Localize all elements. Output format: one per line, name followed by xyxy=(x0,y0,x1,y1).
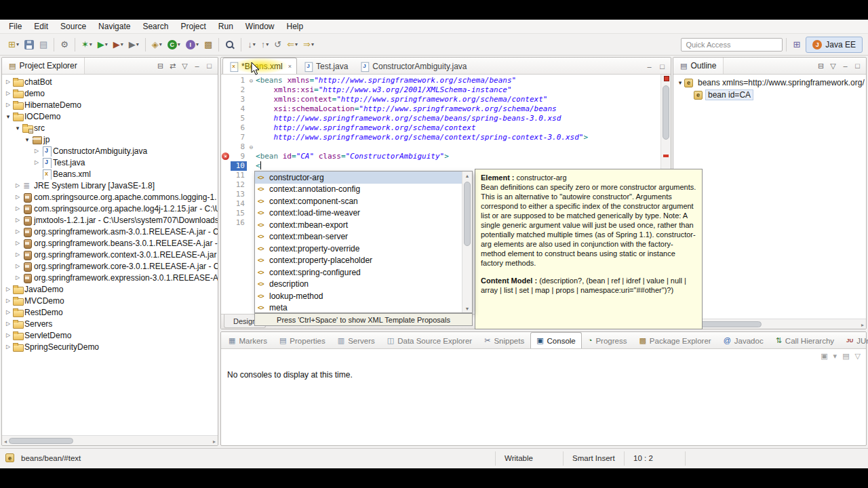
print-button[interactable]: ▤ xyxy=(37,37,50,53)
completion-item-context-load-time-weaver[interactable]: <>context:load-time-weaver xyxy=(255,207,462,220)
expand-arrow-icon[interactable]: ▷ xyxy=(4,344,12,350)
open-console-icon[interactable]: ▣ xyxy=(821,352,827,361)
tree-item-servletdemo[interactable]: ▷ServletDemo xyxy=(2,329,218,341)
completion-item-context-property-placeholder[interactable]: <>context:property-placeholder xyxy=(255,255,462,267)
tree-item-beans-xml[interactable]: Beans.xml xyxy=(2,168,218,180)
outline-item-bean-id-ca[interactable]: ebean id=CA xyxy=(673,89,866,101)
scrollbar-thumb[interactable] xyxy=(9,438,73,444)
scroll-right-icon[interactable] xyxy=(211,436,218,445)
error-overview-mark[interactable] xyxy=(663,155,669,157)
scroll-right-icon[interactable] xyxy=(859,319,866,329)
tree-item-com-springsource-org-apache-commons-logging-1[interactable]: ▷com.springsource.org.apache.commons.log… xyxy=(2,191,218,203)
scroll-up-icon[interactable] xyxy=(462,171,472,178)
collapse-arrow-icon[interactable]: ▾ xyxy=(14,125,22,131)
outline-item-beans-xmlns-http-www-springframework-org[interactable]: ▾ebeans xmlns=http://www.springframework… xyxy=(673,77,866,89)
tree-item-hibernatedemo[interactable]: ▷HibernateDemo xyxy=(2,99,218,110)
tree-item-jp[interactable]: ▾jp xyxy=(2,134,218,145)
outline-tab[interactable]: ▤ Outline xyxy=(673,58,724,74)
maximize-icon[interactable]: □ xyxy=(203,60,215,72)
menu-file[interactable]: File xyxy=(3,20,28,33)
minimize-icon[interactable]: – xyxy=(840,60,851,72)
expand-arrow-icon[interactable]: ▷ xyxy=(4,298,12,304)
new-package-button[interactable]: ▩ xyxy=(201,37,215,53)
completion-item-context-mbean-export[interactable]: <>context:mbean-export xyxy=(255,219,462,231)
view-tab-javadoc[interactable]: @Javadoc xyxy=(717,332,770,348)
open-console-menu-icon[interactable]: ▾ xyxy=(833,352,837,361)
expand-arrow-icon[interactable]: ▷ xyxy=(14,194,22,200)
tree-item-jmxtools-1-2-1-jar-c-users-system707-downloads[interactable]: ▷jmxtools-1.2.1.jar - C:\Users\system707… xyxy=(2,214,218,226)
tree-item-com-springsource-org-apache-log4j-1-2-15-jar-c-u[interactable]: ▷com.springsource.org.apache.log4j-1.2.1… xyxy=(2,203,218,214)
next-annotation-button[interactable]: ↓▾ xyxy=(245,37,258,53)
tree-item-restdemo[interactable]: ▷RestDemo xyxy=(2,306,218,318)
completion-item-context-annotation-config[interactable]: <>context:annotation-config xyxy=(255,184,462,196)
run-button[interactable]: ▶▾ xyxy=(95,37,111,53)
expand-arrow-icon[interactable]: ▷ xyxy=(14,263,22,269)
previous-annotation-button[interactable]: ↑▾ xyxy=(258,37,272,53)
expand-arrow-icon[interactable]: ▷ xyxy=(4,332,12,338)
expand-arrow-icon[interactable]: ▷ xyxy=(14,251,22,258)
new-wizard-button[interactable]: ⊞▾ xyxy=(5,37,22,53)
maximize-icon[interactable]: □ xyxy=(852,60,863,72)
scrollbar-thumb[interactable] xyxy=(663,85,669,140)
view-tab-junit[interactable]: JUJUnit xyxy=(840,332,868,348)
expand-arrow-icon[interactable]: ▷ xyxy=(33,159,41,165)
expand-arrow-icon[interactable]: ▷ xyxy=(14,182,22,188)
maximize-icon[interactable]: □ xyxy=(656,60,668,73)
completion-item-context-mbean-server[interactable]: <>context:mbean-server xyxy=(255,231,462,243)
coverage-button[interactable]: ▶▾ xyxy=(111,37,126,53)
tree-item-org-springframework-asm-3-0-1-release-a-jar-c[interactable]: ▷org.springframework.asm-3.0.1.RELEASE-A… xyxy=(2,226,218,237)
completion-item-context-component-scan[interactable]: <>context:component-scan xyxy=(255,195,462,207)
menu-project[interactable]: Project xyxy=(174,20,212,33)
minimize-icon[interactable]: – xyxy=(644,60,655,73)
scroll-down-icon[interactable] xyxy=(462,306,472,311)
tree-item-servers[interactable]: ▷Servers xyxy=(2,318,218,329)
expand-arrow-icon[interactable]: ▷ xyxy=(14,240,22,246)
scroll-left-icon[interactable] xyxy=(2,436,9,445)
view-tab-data-source-explorer[interactable]: ◫Data Source Explorer xyxy=(381,332,478,348)
expand-arrow-icon[interactable]: ▷ xyxy=(4,309,12,315)
view-tab-markers[interactable]: ▦Markers xyxy=(222,332,273,348)
tree-item-org-springframework-beans-3-0-1-release-a-jar-c[interactable]: ▷org.springframework.beans-3.0.1.RELEASE… xyxy=(2,237,218,249)
view-tab-progress[interactable]: ◔Progress xyxy=(582,332,633,348)
collapse-all-icon[interactable]: ⊟ xyxy=(155,60,166,72)
expand-arrow-icon[interactable]: ▷ xyxy=(14,205,22,211)
view-menu-icon[interactable]: ▽ xyxy=(179,60,191,72)
close-tab-icon[interactable]: × xyxy=(288,63,292,70)
tree-item-springsecuritydemo[interactable]: ▷SpringSecurityDemo xyxy=(2,341,218,352)
debug-button[interactable]: ✶▾ xyxy=(79,37,95,53)
completion-item-meta[interactable]: <>meta xyxy=(255,302,462,313)
tree-item-mvcdemo[interactable]: ▷MVCDemo xyxy=(2,295,218,306)
expand-arrow-icon[interactable]: ▷ xyxy=(14,274,22,281)
link-with-editor-icon[interactable]: ⇄ xyxy=(167,60,178,72)
tree-item-org-springframework-expression-3-0-1-release-a-ja[interactable]: ▷org.springframework.expression-3.0.1.RE… xyxy=(2,272,218,283)
menu-source[interactable]: Source xyxy=(54,20,92,33)
tree-item-jre-system-library-javase-1-8[interactable]: ▷JRE System Library [JavaSE-1.8] xyxy=(2,180,218,191)
tree-item-demo[interactable]: ▷demo xyxy=(2,87,218,99)
external-tools-button[interactable]: ▶▾ xyxy=(126,37,142,53)
expand-arrow-icon[interactable]: ▷ xyxy=(4,102,12,108)
tree-item-org-springframework-core-3-0-1-release-a-jar-c[interactable]: ▷org.springframework.core-3.0.1.RELEASE-… xyxy=(2,260,218,272)
view-tab-snippets[interactable]: ✂Snippets xyxy=(478,332,530,348)
collapse-arrow-icon[interactable]: ▾ xyxy=(23,136,31,143)
perspective-java-ee-button[interactable]: J Java EE xyxy=(806,37,863,53)
expand-arrow-icon[interactable]: ▷ xyxy=(33,148,41,154)
completion-item-context-spring-configured[interactable]: <>context:spring-configured xyxy=(255,266,462,279)
completion-item-description[interactable]: <>description xyxy=(255,279,462,291)
tree-item-chatbot[interactable]: ▷chatBot xyxy=(2,76,218,87)
scrollbar-thumb[interactable] xyxy=(464,182,471,246)
expand-arrow-icon[interactable]: ▷ xyxy=(14,217,22,223)
view-tab-console[interactable]: ▣Console xyxy=(530,332,582,348)
save-button[interactable] xyxy=(22,37,37,53)
menu-help[interactable]: Help xyxy=(281,20,310,33)
collapse-arrow-icon[interactable]: ▾ xyxy=(676,79,684,86)
menu-run[interactable]: Run xyxy=(212,20,239,33)
tree-item-src[interactable]: ▾▤src xyxy=(2,122,218,134)
tree-item-org-springframework-context-3-0-1-release-a-jar[interactable]: ▷org.springframework.context-3.0.1.RELEA… xyxy=(2,249,218,260)
search-button[interactable] xyxy=(222,37,237,53)
menu-edit[interactable]: Edit xyxy=(28,20,54,33)
open-perspective-button[interactable]: ⊞ xyxy=(790,37,803,53)
editor-tab-constructorambiguity-java[interactable]: ConstructorAmbiguity.java xyxy=(353,58,472,74)
new-interface-button[interactable]: I▾ xyxy=(183,37,201,53)
new-web-wizard-button[interactable]: ◈▾ xyxy=(149,37,165,53)
minimize-icon[interactable]: – xyxy=(191,60,203,72)
